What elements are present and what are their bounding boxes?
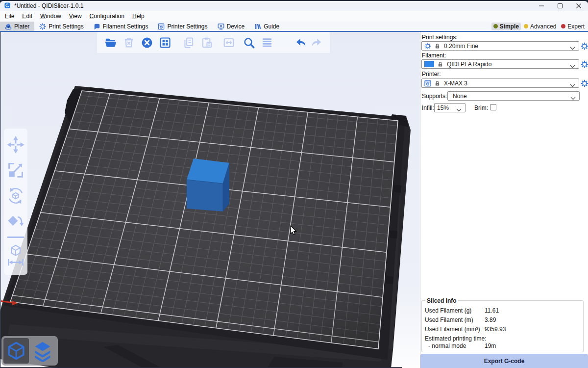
mode-simple[interactable]: Simple [491, 23, 521, 30]
supports-combo[interactable]: None [447, 91, 580, 101]
supports-label: Supports: [422, 93, 447, 100]
filament-label: Filament: [422, 52, 446, 59]
filament-color-swatch [424, 61, 434, 67]
sliced-info-row-value: 3.89 [485, 316, 496, 323]
sliced-info-title: Sliced Info [425, 297, 458, 304]
printer-icon [158, 23, 165, 30]
tab-bar: Plater Print Settings [0, 22, 588, 32]
menu-bar: File Edit Window View Configuration Help [0, 11, 588, 22]
app-window: *Untitled - QIDISlicer-1.0.1 File Edit W… [0, 0, 588, 368]
mode-advanced[interactable]: Advanced [522, 23, 558, 30]
copy-button[interactable] [182, 36, 195, 50]
chevron-down-icon [570, 63, 575, 70]
printer-value: X-MAX 3 [444, 80, 467, 87]
advanced-dot-icon [524, 24, 528, 28]
3d-editor-view-button[interactable] [3, 338, 29, 364]
menu-help[interactable]: Help [128, 12, 148, 21]
menu-window[interactable]: Window [36, 12, 65, 21]
chevron-down-icon [456, 106, 462, 113]
tab-label: Filament Settings [103, 23, 148, 30]
tab-label: Guide [264, 23, 279, 30]
tab-plater[interactable]: Plater [0, 22, 34, 31]
tab-printer-settings[interactable]: Printer Settings [153, 22, 212, 31]
scale-gizmo-button[interactable] [6, 158, 25, 183]
menu-file[interactable]: File [1, 12, 18, 21]
viewport-3d[interactable] [0, 32, 420, 368]
sliced-info-row-value: 9359.93 [485, 326, 506, 333]
close-button[interactable] [569, 1, 588, 11]
printer-small-icon [424, 80, 431, 87]
lock-icon [438, 61, 443, 67]
mode-expert[interactable]: Expert [559, 23, 587, 30]
top-toolbar [97, 32, 330, 53]
filament-combo[interactable]: QIDI PLA Rapido [421, 59, 579, 69]
printer-gear-button[interactable] [581, 79, 588, 87]
gizmo-separator [7, 237, 24, 238]
window-controls [532, 1, 588, 11]
tab-guide[interactable]: Guide [249, 22, 284, 31]
print-settings-gear-button[interactable] [581, 42, 588, 50]
redo-button[interactable] [310, 36, 323, 50]
plater-icon [5, 23, 12, 30]
export-gcode-button[interactable]: Export G-code [420, 354, 588, 368]
sidebar: Print settings: 0.20mm Fine [420, 32, 588, 368]
print-settings-combo[interactable]: 0.20mm Fine [421, 41, 579, 51]
main-area: Print settings: 0.20mm Fine [0, 32, 588, 368]
delete-all-button[interactable] [140, 36, 153, 50]
chevron-down-icon [570, 45, 575, 52]
gizmo-toolbar [4, 129, 27, 275]
tab-label: Device [227, 23, 245, 30]
maximize-button[interactable] [551, 1, 569, 11]
tab-label: Plater [14, 23, 29, 30]
sliced-info-eta-row-label: - normal mode [428, 342, 466, 349]
instances-button[interactable] [222, 36, 235, 50]
rotate-gizmo-button[interactable] [6, 183, 25, 209]
tab-device[interactable]: Device [213, 22, 250, 31]
menu-view[interactable]: View [65, 12, 86, 21]
print-settings-value: 0.20mm Fine [444, 43, 478, 50]
tab-print-settings[interactable]: Print Settings [34, 22, 88, 31]
print-settings-icon [39, 23, 46, 30]
print-settings-label: Print settings: [422, 34, 458, 41]
layers-button[interactable] [260, 36, 273, 50]
measure-gizmo-button[interactable] [6, 239, 25, 270]
device-icon [218, 23, 224, 30]
scene-3d-bed[interactable] [0, 32, 420, 368]
sliced-info-row-label: Used Filament (m) [425, 316, 473, 323]
title-bar: *Untitled - QIDISlicer-1.0.1 [0, 1, 588, 11]
window-title: *Untitled - QIDISlicer-1.0.1 [14, 2, 83, 9]
view-toggle [1, 336, 58, 366]
sliced-info-row-label: Used Filament (mm³) [425, 326, 480, 333]
infill-label: Infill: [422, 105, 434, 111]
tab-label: Printer Settings [167, 23, 207, 30]
tab-filament-settings[interactable]: Filament Settings [89, 22, 153, 31]
menu-edit[interactable]: Edit [18, 12, 36, 21]
printer-combo[interactable]: X-MAX 3 [421, 79, 579, 88]
open-folder-button[interactable] [104, 36, 117, 50]
guide-icon [254, 23, 261, 30]
tab-label: Print Settings [49, 23, 83, 30]
infill-combo[interactable]: 15% [434, 103, 466, 112]
chevron-down-icon [570, 82, 575, 89]
app-icon [4, 2, 11, 9]
sliced-info-eta-row-value: 19m [485, 342, 496, 349]
chevron-down-icon [570, 95, 576, 102]
lock-icon [435, 43, 440, 49]
brim-checkbox[interactable] [490, 104, 496, 110]
preview-layers-view-button[interactable] [30, 338, 55, 364]
minimize-button[interactable] [532, 1, 551, 11]
place-on-face-gizmo-button[interactable] [6, 209, 25, 234]
arrange-button[interactable] [158, 36, 172, 50]
simple-dot-icon [493, 24, 498, 28]
mode-selector: Simple Advanced Expert [491, 22, 588, 31]
filament-gear-button[interactable] [581, 60, 588, 68]
delete-button[interactable] [122, 36, 135, 50]
sliced-info-panel: Sliced Info Used Filament (g) 11.61 Used… [421, 300, 584, 352]
menu-configuration[interactable]: Configuration [86, 12, 128, 21]
search-button[interactable] [242, 36, 255, 50]
undo-button[interactable] [294, 36, 307, 50]
supports-value: None [450, 93, 467, 100]
paste-button[interactable] [200, 36, 213, 50]
move-gizmo-button[interactable] [6, 132, 25, 158]
expert-dot-icon [561, 24, 565, 28]
